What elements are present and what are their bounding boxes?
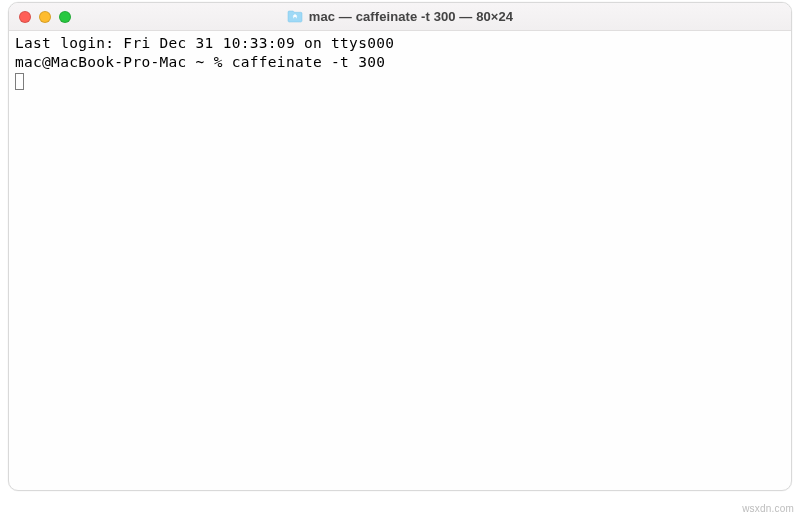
window-title: mac — caffeinate -t 300 — 80×24 (309, 9, 513, 24)
command-text: caffeinate -t 300 (232, 54, 386, 70)
terminal-window: mac — caffeinate -t 300 — 80×24 Last log… (8, 2, 792, 491)
last-login-line: Last login: Fri Dec 31 10:33:09 on ttys0… (15, 34, 785, 53)
minimize-icon[interactable] (39, 11, 51, 23)
window-controls (9, 11, 71, 23)
folder-icon (287, 10, 303, 23)
watermark-text: wsxdn.com (742, 503, 794, 514)
close-icon[interactable] (19, 11, 31, 23)
prompt-line: mac@MacBook-Pro-Mac ~ % caffeinate -t 30… (15, 53, 785, 72)
cursor-icon (15, 73, 24, 90)
titlebar[interactable]: mac — caffeinate -t 300 — 80×24 (9, 3, 791, 31)
terminal-body[interactable]: Last login: Fri Dec 31 10:33:09 on ttys0… (9, 31, 791, 95)
maximize-icon[interactable] (59, 11, 71, 23)
title-wrap: mac — caffeinate -t 300 — 80×24 (9, 9, 791, 24)
prompt-text: mac@MacBook-Pro-Mac ~ % (15, 54, 232, 70)
